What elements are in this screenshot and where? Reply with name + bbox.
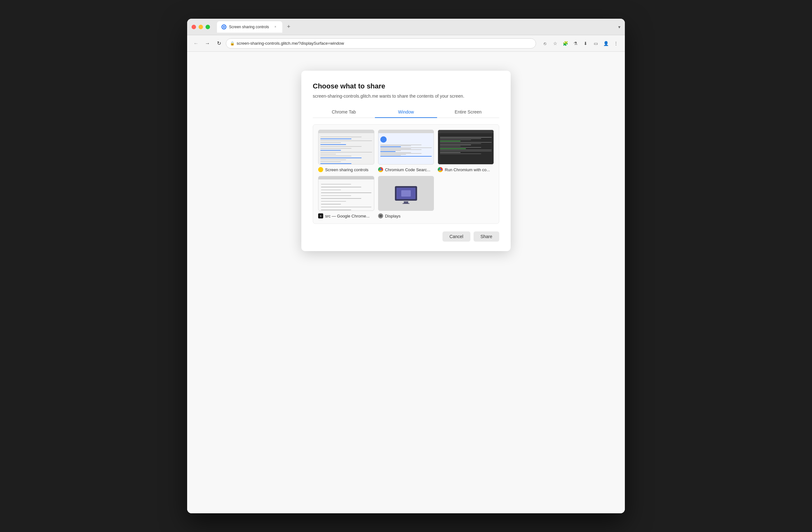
window-thumb-4 (318, 176, 374, 211)
menu-icon[interactable]: ⋮ (611, 39, 620, 48)
share-icon[interactable]: ⎋ (540, 39, 549, 48)
favicon-glitch-1 (318, 167, 323, 172)
window-thumb-3 (438, 130, 494, 165)
close-button[interactable] (192, 25, 196, 29)
window-label-5: Displays (378, 213, 434, 219)
tab-dropdown-button[interactable]: ▾ (618, 25, 620, 29)
lock-icon: 🔒 (230, 41, 235, 46)
window-label-2: Chromium Code Searc... (378, 167, 434, 172)
browser-window: Screen sharing controls × + ▾ ← → ↻ 🔒 sc… (187, 19, 625, 513)
title-bar: Screen sharing controls × + ▾ (187, 19, 625, 35)
back-button[interactable]: ← (192, 39, 201, 48)
dialog-subtitle: screen-sharing-controls.glitch.me wants … (313, 93, 499, 99)
window-item-run-chromium[interactable]: Run Chromium with co... (438, 130, 494, 172)
share-button[interactable]: Share (474, 232, 499, 241)
window-item-displays[interactable]: Displays (378, 176, 434, 219)
cancel-button[interactable]: Cancel (443, 232, 470, 241)
address-bar: ← → ↻ 🔒 screen-sharing-controls.glitch.m… (187, 35, 625, 52)
window-label-text-2: Chromium Code Searc... (385, 167, 431, 172)
window-item-src[interactable]: $ src — Google Chrome... (318, 176, 374, 219)
dialog-title: Choose what to share (313, 82, 499, 90)
forward-button[interactable]: → (203, 39, 212, 48)
minimize-button[interactable] (199, 25, 203, 29)
window-label-4: $ src — Google Chrome... (318, 213, 374, 219)
window-label-1: Screen sharing controls (318, 167, 374, 172)
window-label-3: Run Chromium with co... (438, 167, 494, 172)
download-icon[interactable]: ⬇ (581, 39, 590, 48)
extensions-icon[interactable]: 🧩 (561, 39, 570, 48)
toolbar-icons: ⎋ ☆ 🧩 ⚗ ⬇ ▭ 👤 ⋮ (540, 39, 620, 48)
window-label-text-3: Run Chromium with co... (445, 167, 490, 172)
favicon-displays-5 (378, 213, 383, 219)
favicon-chrome-2 (378, 167, 383, 172)
tab-favicon (221, 25, 227, 29)
url-text: screen-sharing-controls.glitch.me/?displ… (237, 41, 344, 46)
window-label-text-1: Screen sharing controls (325, 167, 368, 172)
url-bar[interactable]: 🔒 screen-sharing-controls.glitch.me/?dis… (226, 38, 536, 48)
dialog-buttons: Cancel Share (313, 232, 499, 241)
favicon-chrome-3 (438, 167, 443, 172)
favicon-terminal-4: $ (318, 213, 323, 219)
tab-bar: Screen sharing controls × + (217, 21, 614, 33)
share-dialog: Choose what to share screen-sharing-cont… (301, 71, 511, 251)
window-thumb-2 (378, 130, 434, 165)
window-thumb-5 (378, 176, 434, 211)
share-tabs: Chrome Tab Window Entire Screen (313, 106, 499, 118)
new-tab-button[interactable]: + (284, 23, 293, 31)
tab-entire-screen[interactable]: Entire Screen (437, 106, 499, 118)
windows-grid: Screen sharing controls (318, 130, 494, 219)
tab-close-button[interactable]: × (273, 25, 278, 29)
windows-container: Screen sharing controls (313, 124, 499, 224)
flask-icon[interactable]: ⚗ (571, 39, 580, 48)
window-label-text-4: src — Google Chrome... (325, 214, 369, 219)
maximize-button[interactable] (205, 25, 210, 29)
tab-window[interactable]: Window (375, 106, 437, 118)
window-item-screen-sharing[interactable]: Screen sharing controls (318, 130, 374, 172)
bookmark-icon[interactable]: ☆ (551, 39, 560, 48)
tab-chrome-tab[interactable]: Chrome Tab (313, 106, 375, 118)
traffic-lights (192, 25, 210, 29)
window-label-text-5: Displays (385, 214, 401, 219)
window-thumb-1 (318, 130, 374, 165)
tab-title: Screen sharing controls (229, 25, 269, 29)
cast-icon[interactable]: ▭ (591, 39, 600, 48)
active-tab[interactable]: Screen sharing controls × (217, 21, 282, 33)
profile-icon[interactable]: 👤 (601, 39, 610, 48)
page-content: Choose what to share screen-sharing-cont… (187, 52, 625, 513)
refresh-button[interactable]: ↻ (214, 39, 223, 48)
window-item-chromium-search[interactable]: Chromium Code Searc... (378, 130, 434, 172)
